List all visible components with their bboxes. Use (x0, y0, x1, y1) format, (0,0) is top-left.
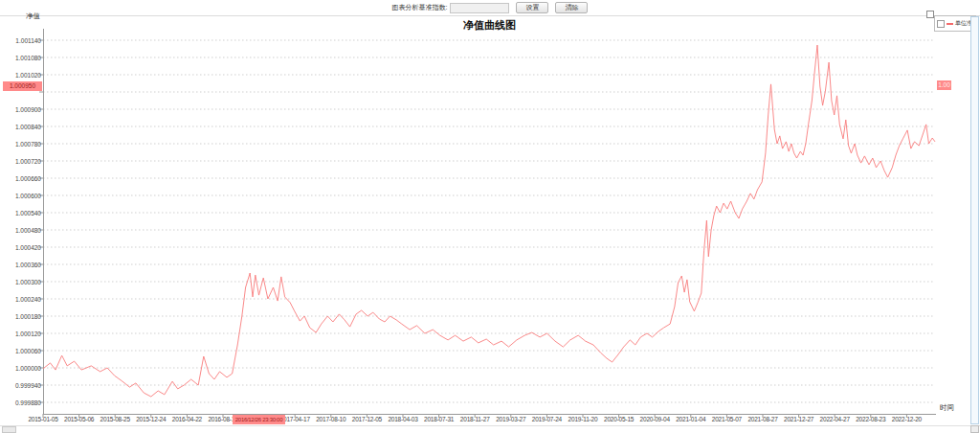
resize-grip-icon[interactable] (970, 425, 979, 433)
y-tick-label: 1.000540 (2, 209, 41, 217)
pointer-y-value-label: 1.000950 (3, 81, 42, 91)
y-tick-label: 0.999880 (2, 399, 41, 407)
y-tick-label: 1.000720 (2, 157, 41, 166)
y-tick-label: 1.000120 (2, 330, 41, 338)
y-tick-label: 1.000420 (2, 243, 41, 252)
y-tick-label: 1.001020 (2, 71, 41, 80)
y-tick-label: 1.000360 (2, 261, 41, 269)
pointer-right-value-label: 1.00 (937, 80, 951, 90)
bottom-left-grip (2, 426, 16, 433)
y-tick-label: 1.000240 (2, 295, 41, 304)
vertical-scrollbar[interactable] (970, 16, 979, 424)
y-tick-label: 1.000600 (2, 192, 41, 200)
pointer-date-label: 2016/12/26 23:30:00 (233, 415, 285, 424)
y-tick-label: 1.000300 (2, 278, 41, 286)
y-tick-label: 1.000060 (2, 347, 41, 355)
y-tick-label: 1.000840 (2, 123, 41, 131)
y-tick-label: 1.000180 (2, 312, 41, 321)
y-tick-label: 1.001080 (2, 54, 41, 62)
y-tick-label: 1.000000 (2, 364, 41, 373)
y-tick-label: 1.000900 (2, 105, 41, 114)
chart-bottom-border (0, 425, 980, 426)
x-tick-label: 2022-12-20 (885, 416, 927, 422)
y-tick-label: 1.000480 (2, 226, 41, 235)
nav-line-chart (0, 0, 980, 433)
y-tick-label: 1.001140 (2, 36, 41, 45)
y-tick-label: 1.000780 (2, 140, 41, 148)
y-tick-label: 0.999940 (2, 381, 41, 390)
y-tick-label: 1.000660 (2, 174, 41, 183)
nav-curve-window: 图表分析基准指数: 设置 清除 净值曲线图 净值 时间 单位净值 1.00114… (0, 0, 980, 433)
